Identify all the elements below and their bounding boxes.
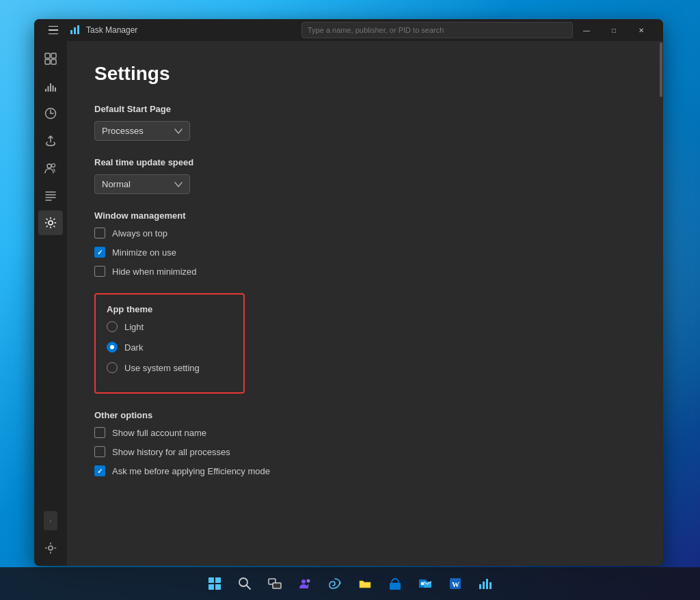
dropdown-value: Processes bbox=[102, 126, 144, 136]
efficiency-mode-checkbox[interactable] bbox=[94, 465, 105, 476]
show-account-name-checkbox[interactable] bbox=[94, 427, 105, 438]
minimize-button[interactable]: — bbox=[573, 19, 600, 41]
page-title: Settings bbox=[94, 63, 632, 85]
update-speed-value: Normal bbox=[102, 179, 131, 189]
efficiency-mode-label: Ask me before applying Efficiency mode bbox=[112, 466, 270, 476]
update-speed-dropdown[interactable]: Normal bbox=[94, 174, 190, 194]
window-management-label: Window management bbox=[94, 210, 632, 221]
radio-system[interactable]: Use system setting bbox=[107, 362, 232, 373]
task-manager-window: Task Manager — □ ✕ bbox=[34, 19, 663, 566]
taskbar: W bbox=[0, 567, 700, 600]
svg-rect-5 bbox=[45, 59, 50, 64]
other-options-label: Other options bbox=[94, 410, 632, 420]
section-window-management: Window management Always on top Minimize… bbox=[94, 210, 632, 277]
sidebar-item-processes[interactable] bbox=[38, 46, 63, 71]
app-icon bbox=[70, 25, 81, 36]
svg-rect-7 bbox=[45, 89, 46, 92]
default-start-page-label: Default Start Page bbox=[94, 104, 632, 114]
section-update-speed: Real time update speed Normal bbox=[94, 157, 632, 194]
svg-rect-1 bbox=[74, 27, 76, 34]
title-bar-left: Task Manager bbox=[42, 19, 301, 41]
checkbox-minimize-on-use[interactable]: Minimize on use bbox=[94, 247, 632, 258]
svg-point-20 bbox=[49, 546, 53, 550]
close-button[interactable]: ✕ bbox=[628, 19, 655, 41]
checkbox-always-on-top[interactable]: Always on top bbox=[94, 228, 632, 238]
search-input[interactable] bbox=[308, 26, 567, 34]
taskbar-taskview-button[interactable] bbox=[261, 570, 288, 597]
scrollbar-thumb[interactable] bbox=[660, 42, 662, 97]
word-icon: W bbox=[448, 577, 462, 590]
chevron-down-icon bbox=[174, 128, 183, 134]
svg-point-19 bbox=[49, 221, 53, 225]
radio-light[interactable]: Light bbox=[107, 321, 232, 332]
svg-rect-37 bbox=[479, 584, 481, 589]
always-on-top-label: Always on top bbox=[112, 228, 167, 238]
light-radio-label: Light bbox=[124, 322, 144, 332]
svg-rect-38 bbox=[483, 582, 485, 589]
minimize-on-use-label: Minimize on use bbox=[112, 247, 176, 258]
svg-rect-28 bbox=[273, 583, 281, 588]
sidebar-item-details[interactable] bbox=[38, 183, 63, 208]
taskbar-outlook-button[interactable] bbox=[412, 570, 439, 597]
sidebar-nav bbox=[38, 46, 63, 511]
svg-rect-2 bbox=[77, 25, 79, 34]
system-radio[interactable] bbox=[107, 362, 118, 373]
taskbar-store-button[interactable] bbox=[381, 570, 409, 597]
svg-rect-6 bbox=[51, 59, 56, 64]
taskbar-word-button[interactable]: W bbox=[442, 570, 469, 597]
main-layout: ‹ Settings Default Start Page Processes bbox=[34, 41, 663, 566]
svg-point-30 bbox=[307, 579, 310, 583]
hide-when-minimized-checkbox[interactable] bbox=[94, 266, 105, 277]
app-theme-label: App theme bbox=[107, 304, 232, 314]
sidebar-item-users[interactable] bbox=[38, 156, 63, 180]
svg-rect-3 bbox=[45, 53, 50, 58]
taskbar-taskmanager-button[interactable] bbox=[472, 570, 499, 597]
default-start-page-dropdown[interactable]: Processes bbox=[94, 121, 190, 141]
sidebar-item-gear[interactable] bbox=[38, 536, 63, 560]
outlook-icon bbox=[418, 577, 432, 590]
sidebar-collapse-button[interactable]: ‹ bbox=[44, 511, 57, 530]
checkbox-show-account-name[interactable]: Show full account name bbox=[94, 427, 632, 438]
scrollbar-track[interactable] bbox=[659, 41, 663, 566]
maximize-button[interactable]: □ bbox=[600, 19, 628, 41]
sidebar-item-startup[interactable] bbox=[38, 128, 63, 153]
dark-radio-label: Dark bbox=[124, 342, 143, 353]
light-radio[interactable] bbox=[107, 321, 118, 332]
svg-point-13 bbox=[47, 164, 51, 168]
taskbar-explorer-button[interactable] bbox=[351, 570, 379, 597]
search-bar[interactable] bbox=[301, 22, 573, 38]
svg-rect-23 bbox=[208, 584, 214, 590]
checkbox-show-history[interactable]: Show history for all processes bbox=[94, 446, 632, 457]
always-on-top-checkbox[interactable] bbox=[94, 228, 105, 238]
sidebar-item-app-history[interactable] bbox=[38, 101, 63, 126]
sidebar-item-performance[interactable] bbox=[38, 74, 63, 98]
taskbar-search-button[interactable] bbox=[231, 570, 258, 597]
checkbox-efficiency-mode[interactable]: Ask me before applying Efficiency mode bbox=[94, 465, 632, 476]
hamburger-button[interactable] bbox=[42, 19, 64, 41]
taskbar-edge-button[interactable] bbox=[321, 570, 349, 597]
windows-logo-icon bbox=[208, 577, 221, 590]
svg-rect-11 bbox=[55, 87, 56, 92]
checkbox-hide-when-minimized[interactable]: Hide when minimized bbox=[94, 266, 632, 277]
svg-rect-22 bbox=[215, 577, 221, 583]
svg-rect-10 bbox=[53, 85, 54, 92]
svg-point-29 bbox=[301, 579, 306, 584]
svg-rect-31 bbox=[390, 583, 401, 590]
show-account-name-label: Show full account name bbox=[112, 428, 206, 438]
sidebar-bottom: ‹ bbox=[34, 511, 67, 566]
dark-radio[interactable] bbox=[107, 342, 118, 353]
svg-rect-40 bbox=[489, 582, 492, 589]
svg-rect-24 bbox=[215, 584, 221, 590]
section-default-start-page: Default Start Page Processes bbox=[94, 104, 632, 141]
taskview-icon bbox=[268, 577, 282, 590]
svg-rect-21 bbox=[208, 577, 214, 583]
minimize-on-use-checkbox[interactable] bbox=[94, 247, 105, 258]
system-radio-label: Use system setting bbox=[124, 363, 200, 373]
taskbar-start-button[interactable] bbox=[201, 570, 228, 597]
taskbar-teams-button[interactable] bbox=[291, 570, 319, 597]
radio-dark[interactable]: Dark bbox=[107, 342, 232, 353]
show-history-checkbox[interactable] bbox=[94, 446, 105, 457]
sidebar-item-settings[interactable] bbox=[38, 210, 63, 235]
section-other-options: Other options Show full account name Sho… bbox=[94, 410, 632, 476]
app-theme-section: App theme Light Dark Use system setting bbox=[94, 293, 245, 394]
